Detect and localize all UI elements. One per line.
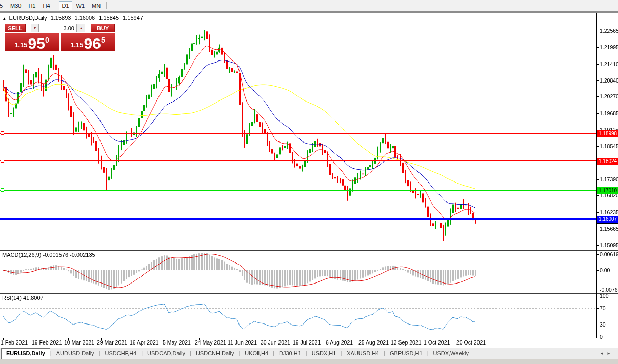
- price-axis-tick: 1.18545: [600, 143, 618, 149]
- chart-tab-gbpusd-h1[interactable]: GBPUSD,H1: [385, 348, 427, 359]
- buy-price-prefix: 1.15: [70, 41, 83, 49]
- date-axis-label: 30 Jun 2021: [261, 339, 290, 346]
- hline-price-badge: 1.16007: [597, 216, 618, 223]
- buy-price-display[interactable]: 1.15 96 5: [61, 33, 115, 51]
- one-click-trading-panel: SELL ▼ ▲ BUY 1.15 95 0 1.15 96 5: [5, 24, 115, 52]
- rsi-axis-tick: 0: [600, 334, 603, 340]
- sell-button[interactable]: SELL: [5, 24, 26, 32]
- price-axis-tick: 1.17390: [600, 176, 618, 183]
- date-axis-label: 10 Mar 2021: [64, 339, 94, 346]
- price-axis-tick: 1.20270: [600, 93, 618, 99]
- date-axis-label: 16 Apr 2021: [130, 339, 159, 346]
- ohlc-close: 1.15947: [123, 15, 143, 21]
- timeframe-button-h4[interactable]: H4: [39, 1, 53, 10]
- date-axis-label: 25 Aug 2021: [358, 339, 389, 346]
- price-axis-tick: 1.21995: [600, 44, 618, 50]
- chart-tab-usdx-h1[interactable]: USDX,H1: [307, 348, 341, 359]
- rsi-indicator-label: RSI(14) 41.8007: [2, 295, 44, 301]
- hline-price-badge: 1.18998: [597, 130, 618, 137]
- sell-price-big: 95: [28, 37, 45, 50]
- chart-tab-bar: EURUSD,Daily|AUDUSD,Daily|USDCHF,H4|USDC…: [0, 348, 618, 359]
- price-axis-tick: 1.16235: [600, 209, 618, 215]
- chart-tab-audusd-daily[interactable]: AUDUSD,Daily: [52, 348, 99, 359]
- date-axis-label: 5 May 2021: [163, 339, 191, 346]
- toolbar-separator: [56, 2, 56, 9]
- date-axis-label: 20 Oct 2021: [456, 339, 486, 346]
- rsi-axis-tick: 30: [600, 321, 606, 328]
- chart-canvas[interactable]: [0, 0, 618, 364]
- chart-tab-xauusd-h4[interactable]: XAUUSD,H4: [342, 348, 384, 359]
- price-axis-tick: 1.22565: [600, 28, 618, 34]
- macd-axis-tick: 0.00: [600, 267, 610, 273]
- chart-tab-dj30-h1[interactable]: DJ30,H1: [274, 348, 306, 359]
- price-axis-tick: 1.19685: [600, 110, 618, 116]
- date-axis-label: 13 Sep 2021: [391, 339, 422, 346]
- hline-price-badge: 1.17010: [597, 187, 618, 194]
- timeframe-button-m30[interactable]: M30: [7, 1, 24, 10]
- price-axis-tick: 1.21410: [600, 61, 618, 67]
- timeframe-toolbar: 5M30H1H4D1W1MN: [0, 0, 618, 12]
- volume-input[interactable]: [39, 24, 77, 32]
- collapse-triangle-icon[interactable]: ▴: [3, 16, 6, 21]
- date-axis-label: 11 Jun 2021: [228, 339, 257, 346]
- ohlc-open: 1.15893: [51, 15, 71, 21]
- rsi-axis-tick: 70: [600, 305, 606, 311]
- trading-terminal: 5M30H1H4D1W1MN ▴ EURUSD,Daily 1.15893 1.…: [0, 0, 618, 364]
- date-axis-label: 29 Mar 2021: [97, 339, 127, 346]
- toolbar-separator: [106, 2, 107, 9]
- timeframe-button-d1[interactable]: D1: [59, 1, 72, 10]
- chart-symbol-label: EURUSD,Daily: [9, 15, 47, 21]
- macd-axis-tick: 0.006193: [600, 251, 618, 257]
- price-axis-tick: 1.20840: [600, 77, 618, 84]
- rsi-axis-tick: 100: [600, 293, 609, 299]
- sell-price-display[interactable]: 1.15 95 0: [5, 33, 59, 51]
- ohlc-high: 1.16006: [74, 15, 95, 21]
- timeframe-button-mn[interactable]: MN: [89, 1, 104, 10]
- timeframe-button-w1[interactable]: W1: [73, 1, 88, 10]
- volume-decrease-button[interactable]: ▼: [31, 24, 39, 32]
- date-axis-label: 19 Feb 2021: [32, 339, 62, 346]
- buy-price-big: 96: [84, 37, 101, 50]
- date-axis-label: 1 Oct 2021: [424, 339, 450, 346]
- tab-scroll-arrows[interactable]: ◄►: [600, 351, 618, 356]
- date-axis-label: 19 Jul 2021: [293, 339, 321, 346]
- chart-tab-ukoil-h4[interactable]: UKOil,H4: [240, 348, 273, 359]
- timeframe-button-h1[interactable]: H1: [25, 1, 38, 10]
- price-axis-tick: 1.15095: [600, 242, 618, 248]
- macd-axis-tick: -0.007621: [600, 287, 618, 293]
- chart-tab-usdchf-h4[interactable]: USDCHF,H4: [100, 348, 141, 359]
- chart-tab-usdx-weekly[interactable]: USDX,Weekly: [429, 348, 473, 359]
- macd-indicator-label: MACD(12,26,9) -0.001576 -0.002135: [2, 252, 95, 258]
- sell-price-sup: 0: [45, 36, 49, 44]
- chart-tab-eurusd-daily[interactable]: EURUSD,Daily: [1, 348, 50, 359]
- buy-price-sup: 5: [101, 36, 105, 44]
- ohlc-low: 1.15845: [98, 15, 119, 21]
- timeframe-button-5[interactable]: 5: [0, 1, 6, 10]
- chart-tab-usdcad-daily[interactable]: USDCAD,Daily: [143, 348, 190, 359]
- sell-price-prefix: 1.15: [14, 41, 27, 49]
- date-axis-label: 6 Aug 2021: [326, 339, 353, 346]
- chart-ohlc-header: ▴ EURUSD,Daily 1.15893 1.16006 1.15845 1…: [3, 15, 145, 21]
- status-strip: [0, 359, 618, 364]
- buy-button[interactable]: BUY: [91, 24, 115, 32]
- price-axis-tick: 1.15665: [600, 226, 618, 232]
- hline-price-badge: 1.18024: [597, 158, 618, 165]
- volume-increase-button[interactable]: ▲: [77, 24, 85, 32]
- date-axis-label: 24 May 2021: [195, 339, 226, 346]
- chart-tab-usdcnh-daily[interactable]: USDCNH,Daily: [191, 348, 239, 359]
- date-axis-label: 1 Feb 2021: [1, 339, 28, 346]
